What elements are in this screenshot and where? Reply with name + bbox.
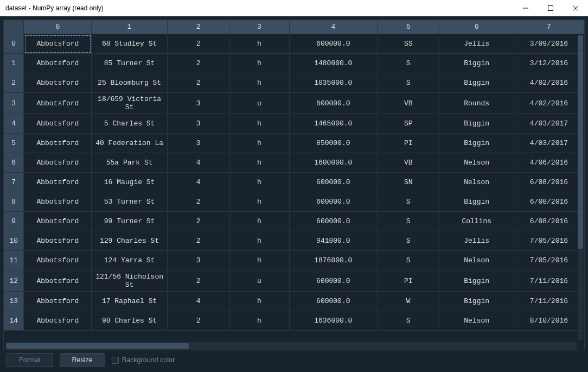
grid-cell[interactable]: Biggin: [439, 270, 514, 292]
grid-cell[interactable]: h: [229, 173, 289, 192]
grid-cell[interactable]: Abbotsford: [24, 292, 92, 311]
grid-cell[interactable]: Abbotsford: [24, 54, 92, 73]
grid-cell[interactable]: Nelson: [439, 153, 514, 173]
grid-cell[interactable]: SS: [378, 34, 439, 54]
grid-cell[interactable]: S: [378, 54, 439, 73]
grid-cell[interactable]: 40 Federation La: [92, 134, 167, 153]
column-header[interactable]: 2: [168, 20, 229, 34]
grid-cell[interactable]: 7/05/2016: [514, 251, 584, 270]
row-header[interactable]: 10: [4, 231, 24, 251]
grid-cell[interactable]: Biggin: [439, 134, 514, 153]
row-header[interactable]: 5: [4, 134, 24, 153]
grid-corner[interactable]: [4, 20, 24, 34]
grid-cell[interactable]: 1035000.0: [290, 73, 378, 93]
grid-cell[interactable]: W: [378, 292, 439, 311]
grid-cell[interactable]: Nelson: [439, 251, 514, 270]
grid-cell[interactable]: h: [229, 311, 289, 331]
grid-cell[interactable]: Abbotsford: [24, 73, 92, 93]
vertical-scroll-thumb[interactable]: [578, 35, 583, 249]
grid-cell[interactable]: PI: [378, 270, 439, 292]
grid-cell[interactable]: 1636000.0: [290, 311, 378, 331]
grid-cell[interactable]: Rounds: [439, 93, 514, 114]
grid-cell[interactable]: h: [229, 54, 289, 73]
grid-cell[interactable]: 1876000.0: [290, 251, 378, 270]
column-header[interactable]: 6: [439, 20, 514, 34]
grid-cell[interactable]: Nelson: [439, 311, 514, 331]
column-header[interactable]: 7: [514, 20, 584, 34]
grid-cell[interactable]: h: [229, 212, 289, 231]
titlebar[interactable]: dataset - NumPy array (read only): [0, 0, 588, 16]
grid-cell[interactable]: Biggin: [439, 292, 514, 311]
grid-cell[interactable]: Biggin: [439, 73, 514, 93]
background-color-checkbox[interactable]: Background color: [112, 356, 175, 364]
grid-cell[interactable]: h: [229, 251, 289, 270]
row-header[interactable]: 13: [4, 292, 24, 311]
grid-cell[interactable]: S: [378, 311, 439, 331]
row-header[interactable]: 1: [4, 54, 24, 73]
grid-cell[interactable]: h: [229, 114, 289, 134]
row-header[interactable]: 3: [4, 93, 24, 114]
grid-cell[interactable]: 3: [168, 251, 229, 270]
close-button[interactable]: [563, 0, 588, 16]
grid-cell[interactable]: Abbotsford: [24, 231, 92, 251]
grid-cell[interactable]: 3: [168, 114, 229, 134]
grid-cell[interactable]: Jellis: [439, 231, 514, 251]
grid-cell[interactable]: 2: [168, 231, 229, 251]
grid-cell[interactable]: Abbotsford: [24, 270, 92, 292]
grid-cell[interactable]: 2: [168, 54, 229, 73]
grid-cell[interactable]: 121/56 Nicholson St: [92, 270, 167, 292]
grid-cell[interactable]: S: [378, 192, 439, 212]
grid-cell[interactable]: Abbotsford: [24, 34, 92, 54]
grid-cell[interactable]: 3: [168, 134, 229, 153]
column-header[interactable]: 3: [229, 20, 289, 34]
grid-cell[interactable]: VB: [378, 153, 439, 173]
grid-cell[interactable]: u: [229, 270, 289, 292]
minimize-button[interactable]: [513, 0, 538, 16]
grid-cell[interactable]: 6/08/2016: [514, 212, 584, 231]
grid-cell[interactable]: SN: [378, 173, 439, 192]
grid-cell[interactable]: 600000.0: [290, 270, 378, 292]
grid-cell[interactable]: h: [229, 73, 289, 93]
grid-cell[interactable]: Abbotsford: [24, 173, 92, 192]
grid-cell[interactable]: 99 Turner St: [92, 212, 167, 231]
grid-cell[interactable]: 3/09/2016: [514, 34, 584, 54]
grid-cell[interactable]: SP: [378, 114, 439, 134]
grid-cell[interactable]: 55a Park St: [92, 153, 167, 173]
grid-cell[interactable]: 600000.0: [290, 93, 378, 114]
grid-cell[interactable]: 850000.0: [290, 134, 378, 153]
grid-cell[interactable]: 8/10/2016: [514, 311, 584, 331]
grid-cell[interactable]: 2: [168, 73, 229, 93]
row-header[interactable]: 2: [4, 73, 24, 93]
grid-cell[interactable]: 2: [168, 311, 229, 331]
resize-button[interactable]: Resize: [60, 353, 105, 367]
grid-cell[interactable]: Jellis: [439, 34, 514, 54]
grid-cell[interactable]: 25 Bloomburg St: [92, 73, 167, 93]
grid-cell[interactable]: 98 Charles St: [92, 311, 167, 331]
row-header[interactable]: 14: [4, 311, 24, 331]
grid-cell[interactable]: 600000.0: [290, 192, 378, 212]
grid-cell[interactable]: Abbotsford: [24, 212, 92, 231]
grid-cell[interactable]: 7/11/2016: [514, 292, 584, 311]
grid-cell[interactable]: 1465000.0: [290, 114, 378, 134]
horizontal-scrollbar[interactable]: [6, 342, 577, 350]
column-header[interactable]: 5: [378, 20, 439, 34]
grid-cell[interactable]: 600000.0: [290, 173, 378, 192]
grid-cell[interactable]: 129 Charles St: [92, 231, 167, 251]
grid-cell[interactable]: 6/08/2016: [514, 173, 584, 192]
grid-cell[interactable]: 6/08/2016: [514, 192, 584, 212]
grid-cell[interactable]: Biggin: [439, 192, 514, 212]
grid-cell[interactable]: Abbotsford: [24, 153, 92, 173]
grid-cell[interactable]: h: [229, 134, 289, 153]
row-header[interactable]: 4: [4, 114, 24, 134]
column-header[interactable]: 1: [92, 20, 167, 34]
grid-cell[interactable]: Biggin: [439, 114, 514, 134]
grid-cell[interactable]: 7/05/2016: [514, 231, 584, 251]
row-header[interactable]: 11: [4, 251, 24, 270]
grid-cell[interactable]: 3: [168, 93, 229, 114]
grid-cell[interactable]: Nelson: [439, 173, 514, 192]
grid-cell[interactable]: Biggin: [439, 54, 514, 73]
grid-cell[interactable]: 4/02/2016: [514, 93, 584, 114]
grid-cell[interactable]: S: [378, 251, 439, 270]
grid-cell[interactable]: Collins: [439, 212, 514, 231]
grid-cell[interactable]: 1480000.0: [290, 54, 378, 73]
